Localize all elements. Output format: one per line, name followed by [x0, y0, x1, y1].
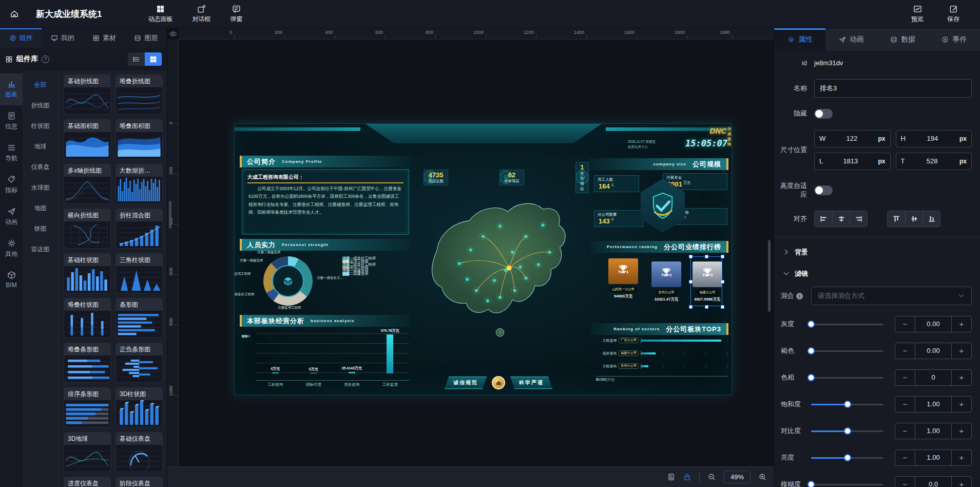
- component-card[interactable]: 折柱混合图: [116, 209, 163, 249]
- subcategory-水球图[interactable]: 水球图: [23, 177, 58, 198]
- selection-handle[interactable]: [689, 305, 693, 309]
- right-tab-gear[interactable]: 属性: [774, 28, 825, 51]
- subcategory-折线图[interactable]: 折线图: [23, 95, 58, 116]
- left-tab-material[interactable]: 素材: [84, 28, 125, 48]
- component-card[interactable]: 基础折线图: [64, 74, 111, 115]
- lock-icon[interactable]: [683, 473, 691, 481]
- hide-toggle[interactable]: [814, 109, 833, 119]
- blend-select[interactable]: 请选择混合方式: [811, 287, 972, 305]
- left-tab-layer[interactable]: 图层: [125, 28, 167, 48]
- filter-slider[interactable]: [811, 373, 883, 382]
- subcategory-地图[interactable]: 地图: [23, 198, 58, 218]
- stage[interactable]: DNC大成咨询2025-11-07 星期五农历九月十八15:05:07公司简介C…: [179, 40, 774, 466]
- size-input-W[interactable]: W122px: [814, 130, 891, 147]
- slider-thumb[interactable]: [844, 401, 851, 408]
- plus-button[interactable]: +: [952, 477, 971, 487]
- alignT-button[interactable]: [888, 211, 905, 227]
- component-card[interactable]: 进度仪表盘: [64, 477, 111, 487]
- component-card[interactable]: 排序条形图: [64, 387, 111, 427]
- save-button[interactable]: 保存: [947, 5, 959, 24]
- slider-thumb[interactable]: [808, 481, 815, 487]
- filter-section[interactable]: 滤镜: [774, 263, 980, 285]
- right-tab-layer[interactable]: 数据: [877, 28, 929, 51]
- category-指标[interactable]: 指标: [0, 169, 23, 201]
- component-card[interactable]: 基础柱状图: [64, 253, 111, 293]
- size-input-T[interactable]: T528px: [896, 153, 972, 170]
- category-信息[interactable]: 信息: [0, 105, 23, 137]
- component-card[interactable]: 3D地球: [64, 432, 111, 472]
- plus-button[interactable]: +: [952, 343, 971, 359]
- component-card[interactable]: 阶段仪表盘: [116, 477, 163, 487]
- size-input-H[interactable]: H194px: [896, 130, 972, 147]
- plus-button[interactable]: +: [952, 423, 971, 439]
- plus-button[interactable]: +: [952, 370, 971, 385]
- selection-handle[interactable]: [689, 255, 693, 258]
- filter-slider[interactable]: [811, 320, 883, 328]
- canvas[interactable]: 0200400600800100012001400160018001980 02…: [167, 28, 774, 487]
- component-card[interactable]: 基础仪表盘: [116, 432, 163, 472]
- component-card[interactable]: 堆叠折线图: [116, 74, 163, 115]
- tool-dialog[interactable]: 对话框: [192, 5, 210, 24]
- rank-card-2[interactable]: TOP2贵州分公司10321.47万元: [651, 261, 681, 302]
- selection-handle[interactable]: [721, 255, 724, 258]
- category-导航[interactable]: 导航: [0, 137, 23, 169]
- slider-thumb[interactable]: [808, 321, 815, 328]
- minus-button[interactable]: −: [895, 370, 915, 385]
- slider-thumb[interactable]: [808, 374, 815, 381]
- selection-handle[interactable]: [721, 305, 724, 309]
- category-BIM[interactable]: BIM: [0, 265, 23, 295]
- filter-slider[interactable]: [811, 454, 883, 462]
- zoom-in-icon[interactable]: [759, 473, 766, 481]
- component-card[interactable]: 大数据折…: [116, 164, 163, 204]
- minus-button[interactable]: −: [895, 343, 915, 359]
- tool-grid[interactable]: 动态面板: [148, 5, 172, 24]
- autoheight-toggle[interactable]: [814, 185, 833, 195]
- selection-handle[interactable]: [705, 305, 708, 309]
- minus-button[interactable]: −: [895, 423, 915, 439]
- component-card[interactable]: 3D柱状图: [116, 387, 163, 427]
- left-scrollbar-thumb[interactable]: [169, 201, 171, 229]
- subcategory-柱状图[interactable]: 柱状图: [23, 116, 58, 136]
- minus-button[interactable]: −: [895, 450, 915, 465]
- alignC-button[interactable]: [832, 211, 850, 227]
- help-icon[interactable]: ?: [42, 55, 49, 63]
- component-card[interactable]: 正负条形图: [116, 343, 163, 383]
- list-view-button[interactable]: [128, 52, 145, 66]
- tool-popup[interactable]: 弹窗: [230, 5, 242, 24]
- selection-handle[interactable]: [721, 280, 724, 284]
- component-card[interactable]: 横向折线图: [64, 209, 111, 249]
- category-图表[interactable]: 图表: [0, 73, 23, 105]
- left-tab-mine[interactable]: 我的: [42, 28, 83, 48]
- plus-button[interactable]: +: [952, 316, 971, 332]
- grid-view-button[interactable]: [145, 52, 162, 66]
- component-card[interactable]: 堆叠条形图: [64, 343, 111, 383]
- component-card[interactable]: 三角柱状图: [116, 253, 163, 293]
- filter-slider[interactable]: [811, 480, 883, 487]
- minus-button[interactable]: −: [895, 477, 915, 487]
- alignB-button[interactable]: [923, 211, 940, 227]
- component-card[interactable]: 基础面积图: [64, 119, 111, 159]
- minus-button[interactable]: −: [895, 397, 915, 412]
- slider-thumb[interactable]: [844, 427, 851, 435]
- plus-button[interactable]: +: [952, 450, 971, 465]
- ruler-corner[interactable]: [167, 28, 179, 40]
- rank-card-3[interactable]: TOP3福建分公司6927.0586万元: [693, 261, 722, 302]
- left-tab-comp[interactable]: 组件: [0, 28, 42, 48]
- filter-slider[interactable]: [811, 400, 883, 408]
- background-section[interactable]: 背景: [774, 241, 980, 263]
- name-input[interactable]: [814, 79, 972, 98]
- zoom-out-icon[interactable]: [708, 473, 716, 481]
- subcategory-地球[interactable]: 地球: [23, 136, 58, 157]
- category-动画[interactable]: 动画: [0, 201, 23, 233]
- rank-card-1[interactable]: TOP1山西第一分公司94000万元: [608, 258, 638, 299]
- minus-button[interactable]: −: [895, 316, 915, 332]
- filter-slider[interactable]: [811, 427, 883, 435]
- slider-thumb[interactable]: [844, 454, 851, 461]
- component-card[interactable]: 堆叠柱状图: [64, 298, 111, 338]
- filter-slider[interactable]: [811, 347, 883, 355]
- right-tab-event[interactable]: 事件: [929, 28, 980, 51]
- selection-handle[interactable]: [705, 255, 708, 258]
- selection-handle[interactable]: [689, 280, 693, 284]
- alignR-button[interactable]: [850, 211, 867, 227]
- preview-button[interactable]: 预览: [911, 5, 924, 24]
